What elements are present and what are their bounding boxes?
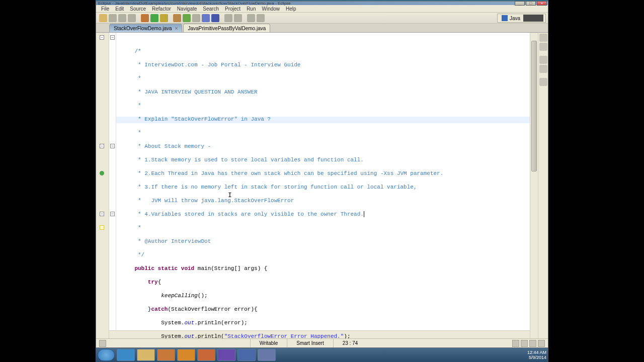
- new-icon[interactable]: [99, 14, 107, 22]
- search-icon[interactable]: [202, 14, 210, 22]
- fold-toggle-icon[interactable]: −: [100, 144, 104, 148]
- warning-icon[interactable]: [100, 225, 104, 230]
- editor-tabbar: StackOverFlowDemo.java× JavaPrimitivePas…: [96, 24, 548, 33]
- run-icon[interactable]: [150, 14, 158, 22]
- debug-icon[interactable]: [141, 14, 149, 22]
- taskbar-firefox-icon[interactable]: [197, 349, 215, 361]
- nav2-icon[interactable]: [234, 14, 242, 22]
- taskbar-explorer-icon[interactable]: [137, 349, 155, 361]
- close-button[interactable]: ×: [537, 1, 547, 6]
- open-type-icon[interactable]: [192, 14, 200, 22]
- fold-minus-icon[interactable]: −: [110, 144, 115, 148]
- menu-navigate[interactable]: Navigate: [174, 5, 200, 12]
- text-caret: [364, 211, 364, 217]
- taskbar-vlc-icon[interactable]: [177, 349, 195, 361]
- minimize-view-icon[interactable]: [539, 56, 547, 64]
- fold-toggle-icon[interactable]: −: [100, 212, 104, 216]
- status-icon[interactable]: [538, 340, 545, 347]
- fold-minus-icon[interactable]: −: [110, 212, 115, 216]
- fold-gutter[interactable]: − − −: [109, 33, 116, 338]
- taskbar-ie-icon[interactable]: [117, 349, 135, 361]
- menu-search[interactable]: Search: [200, 5, 222, 12]
- menubar: File Edit Source Refactor Navigate Searc…: [96, 5, 548, 13]
- restore-view-icon[interactable]: [539, 65, 547, 73]
- menu-file[interactable]: File: [98, 5, 112, 12]
- toolbar: Java: [96, 13, 548, 24]
- maximize-button[interactable]: □: [526, 1, 536, 6]
- menu-run[interactable]: Run: [244, 5, 259, 12]
- titlebar[interactable]: Eclipse - JavaInterviewDotExamples/src/c…: [96, 2, 548, 5]
- tab-passbyval-demo[interactable]: JavaPrimitivePassByValDemo.java: [183, 24, 270, 32]
- show-view-icon[interactable]: [99, 340, 106, 347]
- tray-time: 12:44 AM: [527, 350, 546, 355]
- perspective-switcher[interactable]: Java: [497, 14, 546, 23]
- statusbar: Writable Smart Insert 23 : 74: [96, 338, 548, 347]
- toggle-mark-icon[interactable]: [211, 14, 219, 22]
- fold-minus-icon[interactable]: −: [110, 35, 115, 40]
- menu-refactor[interactable]: Refactor: [149, 5, 174, 12]
- run-marker-icon[interactable]: [100, 171, 104, 175]
- editor-area: − − − − − − /* * InterviewDot.com - Job …: [96, 33, 548, 338]
- menu-help[interactable]: Help: [283, 5, 299, 12]
- eclipse-window: Eclipse - JavaInterviewDotExamples/src/c…: [96, 1, 548, 348]
- system-tray[interactable]: 12:44 AM 5/9/2014: [527, 350, 546, 360]
- tab-stackoverflow-demo[interactable]: StackOverFlowDemo.java×: [109, 24, 182, 32]
- minimize-button[interactable]: _: [515, 1, 525, 6]
- code-editor[interactable]: /* * InterviewDot.com - Job Portal - Int…: [116, 33, 538, 338]
- status-insert-mode: Smart Insert: [287, 339, 333, 347]
- print-icon[interactable]: [128, 14, 136, 22]
- java-perspective-icon: [502, 15, 508, 21]
- close-tab-icon[interactable]: ×: [175, 26, 178, 31]
- fold-toggle-icon[interactable]: −: [100, 35, 104, 40]
- new-class-icon[interactable]: [183, 14, 191, 22]
- new-package-icon[interactable]: [173, 14, 181, 22]
- taskbar-media-icon[interactable]: [157, 349, 175, 361]
- marker-gutter[interactable]: − − −: [96, 33, 109, 338]
- save-icon[interactable]: [109, 14, 117, 22]
- status-icon[interactable]: [512, 340, 519, 347]
- status-writable: Writable: [250, 339, 287, 347]
- taskbar-eclipse-icon[interactable]: [237, 349, 256, 361]
- taskbar-app2-icon[interactable]: [258, 349, 276, 361]
- hierarchy-view-icon[interactable]: [539, 78, 547, 86]
- right-trim-stack: [538, 33, 548, 338]
- perspective-label: Java: [510, 16, 520, 21]
- nav-icon[interactable]: [224, 14, 232, 22]
- status-cursor-position: 23 : 74: [333, 339, 367, 347]
- save-all-icon[interactable]: [118, 14, 126, 22]
- task-list-icon[interactable]: [539, 43, 547, 51]
- menu-window[interactable]: Window: [259, 5, 283, 12]
- run-last-icon[interactable]: [160, 14, 168, 22]
- taskbar-app-icon[interactable]: [217, 349, 235, 361]
- status-icon[interactable]: [521, 340, 528, 347]
- start-button[interactable]: [98, 349, 115, 361]
- forward-icon[interactable]: [257, 14, 265, 22]
- back-icon[interactable]: [247, 14, 255, 22]
- outline-view-icon[interactable]: [539, 34, 547, 42]
- menu-edit[interactable]: Edit: [112, 5, 127, 12]
- menu-source[interactable]: Source: [127, 5, 149, 12]
- status-icon[interactable]: [529, 340, 536, 347]
- window-title: Eclipse - JavaInterviewDotExamples/src/c…: [98, 1, 291, 6]
- perspective-other[interactable]: [523, 15, 543, 22]
- menu-project[interactable]: Project: [222, 5, 244, 12]
- windows-taskbar[interactable]: 12:44 AM 5/9/2014: [96, 348, 548, 362]
- tray-date: 5/9/2014: [527, 355, 546, 360]
